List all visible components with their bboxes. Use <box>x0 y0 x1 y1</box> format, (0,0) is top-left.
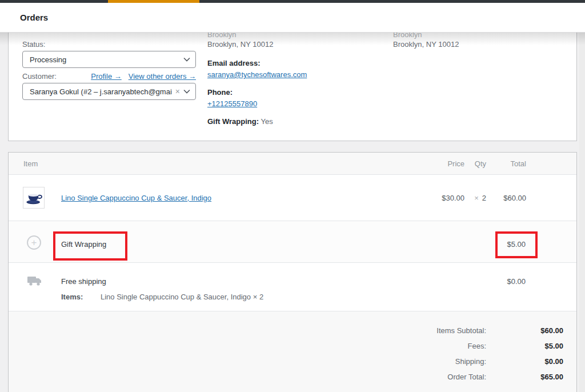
admin-page-header: Orders <box>0 3 585 33</box>
truck-icon <box>27 274 42 287</box>
order-items-panel: Item Price Qty Total Lino Single Cappucc… <box>8 152 577 392</box>
gift-wrapping-meta: Gift Wrapping: Yes <box>207 117 273 126</box>
phone-label: Phone: <box>207 88 233 97</box>
product-thumbnail <box>23 187 45 209</box>
fee-name: Gift Wrapping <box>61 240 106 249</box>
items-table-header: Item Price Qty Total <box>9 153 576 175</box>
chevron-down-icon <box>183 57 190 62</box>
qty-times-sign: × <box>474 194 479 202</box>
product-total: $60.00 <box>486 194 526 202</box>
shipping-total: $0.00 <box>507 277 526 286</box>
fee-line-item-row: + Gift Wrapping $5.00 <box>9 221 576 263</box>
status-label: Status: <box>22 40 45 49</box>
shipping-city-line: Brooklyn <box>393 33 422 39</box>
product-qty: ×2 <box>464 194 486 202</box>
clear-selection-icon[interactable]: × <box>175 87 180 96</box>
page-title: Orders <box>20 13 48 22</box>
total-row-items-subtotal: Items Subtotal: $60.00 <box>9 326 576 335</box>
product-price: $30.00 <box>430 194 464 202</box>
shipping-city-state-zip: Brooklyn, NY 10012 <box>393 40 459 49</box>
plus-circle-icon[interactable]: + <box>27 235 41 250</box>
loading-progress-bar <box>108 0 199 3</box>
shipping-line-item-row: Free shipping Items: Lino Single Cappucc… <box>9 263 576 311</box>
order-totals-section: Items Subtotal: $60.00 Fees: $5.00 Shipp… <box>9 311 576 392</box>
email-address-label: Email address: <box>207 59 261 67</box>
customer-phone-link[interactable]: +12125557890 <box>207 99 257 108</box>
customer-row: Customer: Profile → View other orders → <box>22 72 196 81</box>
view-other-orders-link[interactable]: View other orders → <box>129 72 196 81</box>
shipping-items-value: Lino Single Cappuccino Cup & Saucer, Ind… <box>101 293 263 301</box>
product-name-link[interactable]: Lino Single Cappuccino Cup & Saucer, Ind… <box>61 194 211 202</box>
header-total: Total <box>486 159 526 168</box>
total-row-fees: Fees: $5.00 <box>9 342 576 350</box>
fee-total: $5.00 <box>507 240 526 249</box>
total-row-shipping: Shipping: $0.00 <box>9 357 576 366</box>
billing-city-state-zip: Brooklyn, NY 10012 <box>207 40 273 49</box>
woocommerce-edit-order-page: { "colors": { "accent_link": "#2271b1", … <box>0 0 585 392</box>
gift-wrapping-label: Gift Wrapping: <box>207 117 259 126</box>
billing-city-line: Brooklyn <box>207 33 237 39</box>
chevron-down-icon <box>183 89 190 94</box>
shipping-items-label: Items: <box>61 293 83 301</box>
browser-top-stripe <box>0 0 585 3</box>
header-qty: Qty <box>464 159 486 168</box>
vertical-scrollbar[interactable] <box>579 33 585 392</box>
order-status-select[interactable]: Processing <box>22 51 196 68</box>
customer-select-value: Saranya Gokul (#2 – j.saranyabtech@gmail… <box>30 87 172 96</box>
order-details-panel: Status: Processing Customer: Profile → V… <box>8 33 577 141</box>
customer-email-link[interactable]: saranya@tychesoftwares.com <box>207 70 307 79</box>
header-price: Price <box>430 159 464 168</box>
profile-link[interactable]: Profile → <box>91 72 121 81</box>
gift-wrapping-value: Yes <box>261 117 273 126</box>
product-line-item-row: Lino Single Cappuccino Cup & Saucer, Ind… <box>9 175 576 221</box>
customer-select[interactable]: Saranya Gokul (#2 – j.saranyabtech@gmail… <box>22 83 196 100</box>
shipping-method-name: Free shipping <box>61 277 106 286</box>
order-status-value: Processing <box>30 55 180 64</box>
total-row-order-total: Order Total: $65.00 <box>9 373 576 381</box>
cappuccino-cup-image <box>24 188 43 207</box>
header-item: Item <box>9 159 430 168</box>
customer-label: Customer: <box>22 72 57 81</box>
